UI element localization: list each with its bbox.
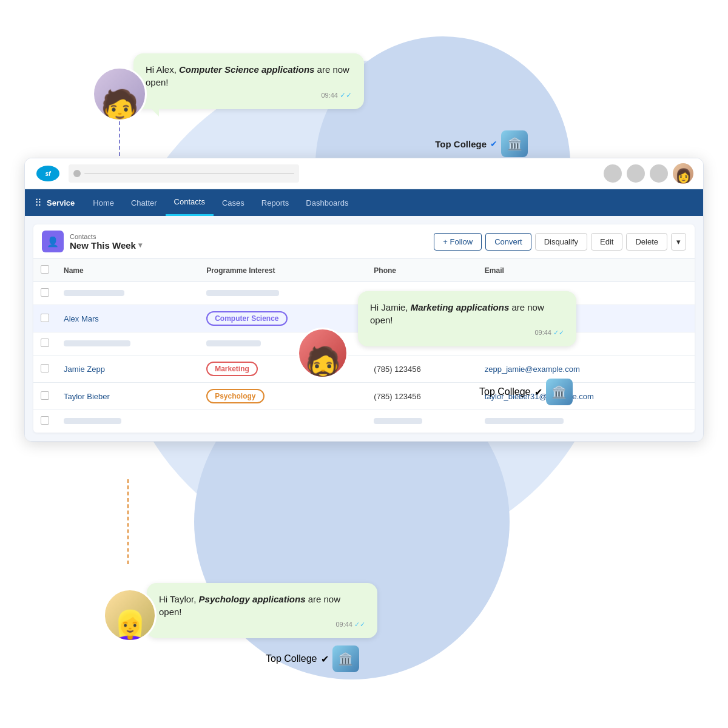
tag-cs: Computer Science: [206, 311, 287, 326]
chat-bubble-jamie: Hi Jamie, Marketing applications are now…: [358, 291, 576, 346]
phone-jamie: (785) 123456: [366, 356, 477, 383]
chat-taylor-meta: 09:44 ✓✓: [159, 621, 365, 629]
salesforce-logo: sf: [35, 164, 61, 183]
table-row-jamie: Jamie Zepp Marketing (785) 123456 zepp_j…: [33, 356, 695, 383]
contact-name-alex[interactable]: Alex Mars: [64, 314, 99, 323]
chat-bubble-alex: Hi Alex, Computer Science applications a…: [133, 53, 364, 109]
list-title: New This Week ▾: [70, 240, 428, 251]
list-dropdown-icon[interactable]: ▾: [138, 241, 142, 249]
search-bar[interactable]: [69, 164, 299, 183]
list-actions: + Follow Convert Disqualify Edit Delete …: [434, 233, 686, 251]
college-badge-alex: Top College ✔ 🏛️: [435, 130, 528, 157]
tag-psychology: Psychology: [206, 389, 264, 403]
nav-item-reports[interactable]: Reports: [253, 189, 298, 216]
nav-item-dashboards[interactable]: Dashboards: [297, 189, 357, 216]
college-badge-taylor: Top College ✔ 🏛️: [266, 645, 359, 672]
verified-icon-alex: ✔: [490, 139, 497, 149]
topbar-icons: 👩: [604, 163, 693, 184]
row-checkbox[interactable]: [41, 416, 49, 425]
row-checkbox-alex[interactable]: [41, 314, 49, 322]
row-checkbox-taylor[interactable]: [41, 391, 49, 400]
nav-item-home[interactable]: Home: [84, 189, 123, 216]
topbar-icon-1[interactable]: [604, 164, 622, 183]
tag-marketing: Marketing: [206, 362, 258, 376]
email-jamie[interactable]: zepp_jamie@example.com: [485, 365, 580, 374]
user-avatar-topbar[interactable]: 👩: [673, 163, 693, 184]
crm-nav: ⠿ Service Home Chatter Contacts Cases Re…: [25, 189, 703, 216]
college-thumbnail-jamie: 🏛️: [546, 379, 573, 405]
chat-bubble-taylor: Hi Taylor, Psychology applications are n…: [147, 583, 377, 638]
col-header-programme: Programme Interest: [199, 259, 366, 282]
row-checkbox-jamie[interactable]: [41, 364, 49, 372]
more-actions-button[interactable]: ▾: [671, 233, 686, 251]
col-header-email: Email: [477, 259, 695, 282]
list-header: 👤 Contacts New This Week ▾ + Follow Conv…: [33, 224, 695, 259]
col-header-name: Name: [56, 259, 199, 282]
disqualify-button[interactable]: Disqualify: [535, 233, 587, 251]
edit-button[interactable]: Edit: [591, 233, 622, 251]
chat-jamie-meta: 09:44 ✓✓: [370, 329, 564, 337]
avatar-taylor: 👱‍♀️: [103, 588, 157, 642]
college-badge-jamie: Top College ✔ 🏛️: [479, 379, 573, 405]
nav-item-chatter[interactable]: Chatter: [123, 189, 166, 216]
verified-icon-taylor: ✔: [321, 653, 329, 665]
col-header-phone: Phone: [366, 259, 477, 282]
select-all-checkbox[interactable]: [41, 265, 49, 274]
crm-topbar: sf 👩: [25, 158, 703, 189]
apps-grid-icon[interactable]: ⠿: [35, 197, 42, 209]
delete-button[interactable]: Delete: [626, 233, 667, 251]
nav-service-label[interactable]: Service: [47, 198, 75, 207]
avatar-alex: 🧑: [92, 67, 147, 121]
nav-item-contacts[interactable]: Contacts: [166, 189, 214, 216]
college-thumbnail-taylor: 🏛️: [332, 645, 359, 672]
topbar-icon-3[interactable]: [650, 164, 668, 183]
chat-alex-text: Hi Alex, Computer Science applications a…: [146, 63, 352, 89]
avatar-jamie: 🧔: [297, 328, 348, 379]
list-label: Contacts: [70, 233, 428, 240]
nav-item-cases[interactable]: Cases: [214, 189, 253, 216]
verified-icon-jamie: ✔: [534, 386, 542, 398]
contact-name-jamie[interactable]: Jamie Zepp: [64, 365, 105, 374]
table-row: [33, 410, 695, 433]
chat-jamie-text: Hi Jamie, Marketing applications are now…: [370, 301, 564, 326]
table-row-taylor: Taylor Bieber Psychology (785) 123456 ta…: [33, 383, 695, 410]
contact-name-taylor[interactable]: Taylor Bieber: [64, 392, 110, 401]
search-dot-icon: [73, 170, 81, 177]
row-checkbox[interactable]: [41, 288, 49, 297]
college-thumbnail-alex: 🏛️: [501, 130, 528, 157]
phone-taylor: (785) 123456: [366, 383, 477, 410]
list-title-area: Contacts New This Week ▾: [70, 233, 428, 251]
follow-button[interactable]: + Follow: [434, 233, 482, 251]
convert-button[interactable]: Convert: [485, 233, 531, 251]
topbar-icon-2[interactable]: [627, 164, 645, 183]
connector-line-taylor: [127, 479, 129, 564]
chat-alex-meta: 09:44 ✓✓: [146, 91, 352, 99]
list-icon: 👤: [42, 231, 64, 252]
chat-taylor-text: Hi Taylor, Psychology applications are n…: [159, 593, 365, 618]
row-checkbox[interactable]: [41, 339, 49, 347]
